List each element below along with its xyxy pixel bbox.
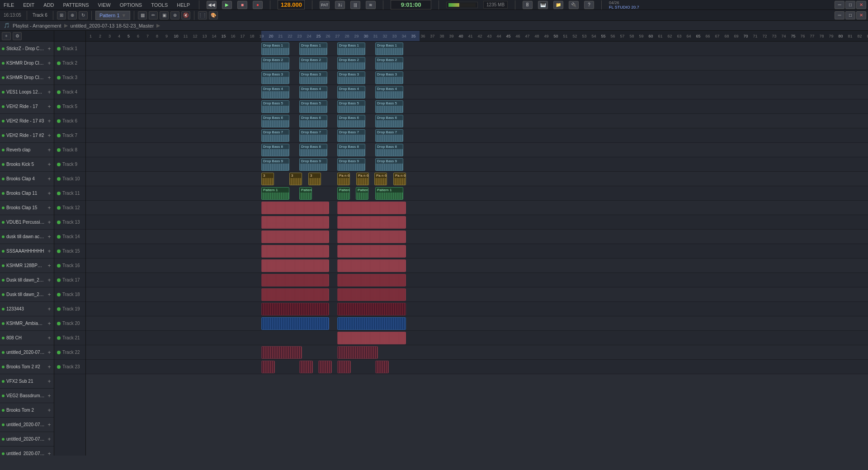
track-add-8[interactable]: + (47, 147, 52, 153)
pattern-block-4-1[interactable]: Drop Bass 4 (261, 86, 289, 99)
pattern-row-10[interactable]: 333Pa n 6Pa n 6Pa n 6Pa n 6 (86, 172, 868, 186)
track-item-14[interactable]: dusk till dawn acapel... + (0, 230, 54, 244)
pattern-block-16-2[interactable] (337, 259, 406, 272)
pattern-block-2-3[interactable]: Drop Bass 2 (337, 57, 365, 70)
pattern-block-11-3[interactable]: Pattern 1 (337, 187, 350, 200)
pattern-block-19-1[interactable] (261, 303, 329, 315)
pattern-block-10-1[interactable]: 3 (261, 173, 274, 185)
pattern-block-22-1[interactable] (261, 346, 302, 359)
pattern-selector[interactable]: Pattern 1 ▼ (95, 11, 131, 20)
pattern-block-13-1[interactable] (261, 216, 329, 229)
pattern-block-5-2[interactable]: Drop Bass 5 (299, 100, 327, 113)
pattern-block-3-1[interactable]: Drop Bass 3 (261, 71, 289, 84)
track-item-25[interactable]: VEG2 Bassdrums FX 47 + (0, 389, 54, 403)
track-item-20[interactable]: KSHMR_Ambiance_Sc... + (0, 316, 54, 331)
track-item-26[interactable]: Brooks Tom 2 + (0, 403, 54, 418)
pattern-block-2-4[interactable]: Drop Bass 2 (375, 57, 403, 70)
pattern-block-11-1[interactable]: Pattern 1 (261, 187, 289, 200)
pattern-block-17-2[interactable] (337, 274, 406, 287)
close-button[interactable]: ✕ (856, 1, 866, 9)
pattern-block-10-5[interactable]: Pa n 6 (356, 173, 369, 185)
track-item-28[interactable]: untitled_2020-07-13 18... + (0, 432, 54, 446)
track-item-13[interactable]: VDUB1 Percussion 021 + (0, 215, 54, 230)
pattern-block-16-1[interactable] (261, 259, 329, 272)
pattern-block-20-1[interactable] (261, 317, 329, 330)
track-item-22[interactable]: untitled_2020-07-13... + (0, 345, 54, 360)
track-add-5[interactable]: + (47, 104, 52, 109)
pattern-block-7-2[interactable]: Drop Bass 7 (299, 129, 327, 142)
pattern-block-9-3[interactable]: Drop Bass 9 (337, 158, 365, 171)
maximize-button[interactable]: □ (845, 1, 855, 9)
pattern-block-4-3[interactable]: Drop Bass 4 (337, 86, 365, 99)
pattern-block-11-2[interactable]: Pattern 1 (299, 187, 312, 200)
pattern-block-12-1[interactable] (261, 202, 329, 214)
pattern-block-7-3[interactable]: Drop Bass 7 (337, 129, 365, 142)
pattern-block-20-2[interactable] (337, 317, 406, 330)
menu-add[interactable]: ADD (42, 1, 56, 9)
pattern-row-21[interactable] (86, 331, 868, 345)
track-add-17[interactable]: + (47, 277, 52, 283)
menu-patterns[interactable]: PATTERNS (61, 1, 91, 9)
track-add-13[interactable]: + (47, 220, 52, 225)
pattern-block-9-1[interactable]: Drop Bass 9 (261, 158, 289, 171)
mode-btn-1[interactable]: PAT (320, 1, 330, 9)
track-add-3[interactable]: + (47, 75, 52, 80)
track-add-12[interactable]: + (47, 205, 52, 211)
color-btn[interactable]: 🎨 (209, 11, 218, 19)
track-item-23[interactable]: Brooks Tom 2 #2 + (0, 360, 54, 374)
track-add-20[interactable]: + (47, 321, 52, 326)
pattern-block-3-2[interactable]: Drop Bass 3 (299, 71, 327, 84)
track-add-23[interactable]: + (47, 364, 52, 370)
track-add-15[interactable]: + (47, 249, 52, 254)
pattern-block-8-4[interactable]: Drop Bass 8 (375, 144, 403, 156)
track-item-15[interactable]: SSSAAAHHHHHH + (0, 244, 54, 258)
track-add-2[interactable]: + (47, 61, 52, 66)
menu-options[interactable]: OPTIONS (118, 1, 144, 9)
pattern-block-1-4[interactable]: Drop Bass 1 (375, 42, 403, 55)
track-item-8[interactable]: Reverb clap + (0, 143, 54, 157)
pattern-row-14[interactable] (86, 230, 868, 244)
menu-view[interactable]: VIEW (96, 1, 113, 9)
pattern-block-8-3[interactable]: Drop Bass 8 (337, 144, 365, 156)
snap-btn[interactable]: ⊞ (57, 11, 66, 19)
track-item-27[interactable]: untitled_2020-07-13 18... + (0, 418, 54, 432)
pattern-row-13[interactable] (86, 215, 868, 230)
menu-tools[interactable]: TOOLS (149, 1, 170, 9)
menu-edit[interactable]: EDIT (21, 1, 36, 9)
track-add-27[interactable]: + (47, 422, 52, 428)
pattern-block-6-3[interactable]: Drop Bass 6 (337, 115, 365, 127)
piano-button[interactable]: 🎹 (538, 1, 548, 9)
group-btn[interactable]: ⋮⋮ (198, 11, 207, 19)
stop-button[interactable]: ■ (237, 1, 247, 9)
pattern-block-14-1[interactable] (261, 230, 329, 243)
track-add-28[interactable]: + (47, 437, 52, 442)
track-item-29[interactable]: untitled_2020-07-13 18... + (0, 446, 54, 456)
pattern-block-12-2[interactable] (337, 202, 406, 214)
pattern-block-19-2[interactable] (337, 303, 406, 315)
pattern-row-22[interactable] (86, 345, 868, 360)
help-button[interactable]: ? (584, 1, 594, 9)
pattern-block-17-1[interactable] (261, 274, 329, 287)
pattern-block-10-4[interactable]: Pa n 6 (337, 173, 350, 185)
track-add-26[interactable]: + (47, 408, 52, 413)
track-add-1[interactable]: + (47, 46, 52, 52)
track-settings-btn[interactable]: ⚙ (13, 32, 22, 40)
browser-button[interactable]: 📁 (553, 1, 563, 9)
rewind-button[interactable]: ◀◀ (207, 1, 217, 9)
pattern-row-20[interactable] (86, 316, 868, 331)
track-item-5[interactable]: VEH2 Ride - 17 + (0, 99, 54, 114)
track-item-7[interactable]: VEH2 Ride - 17 #2 + (0, 128, 54, 143)
pattern-block-5-1[interactable]: Drop Bass 5 (261, 100, 289, 113)
pattern-block-2-1[interactable]: Drop Bass 2 (261, 57, 289, 70)
pattern-block-1-1[interactable]: Drop Bass 1 (261, 42, 289, 55)
track-item-19[interactable]: 1233443 + (0, 302, 54, 316)
pattern-block-15-2[interactable] (337, 245, 406, 258)
pattern-block-8-2[interactable]: Drop Bass 8 (299, 144, 327, 156)
pattern-block-8-1[interactable]: Drop Bass 8 (261, 144, 289, 156)
pattern-block-3-3[interactable]: Drop Bass 3 (337, 71, 365, 84)
pattern-row-19[interactable] (86, 302, 868, 316)
pattern-row-2[interactable]: Drop Bass 2Drop Bass 2Drop Bass 2Drop Ba… (86, 56, 868, 70)
pattern-block-23-1[interactable] (261, 361, 275, 373)
pattern-block-22-2[interactable] (337, 346, 378, 359)
pattern-block-7-1[interactable]: Drop Bass 7 (261, 129, 289, 142)
